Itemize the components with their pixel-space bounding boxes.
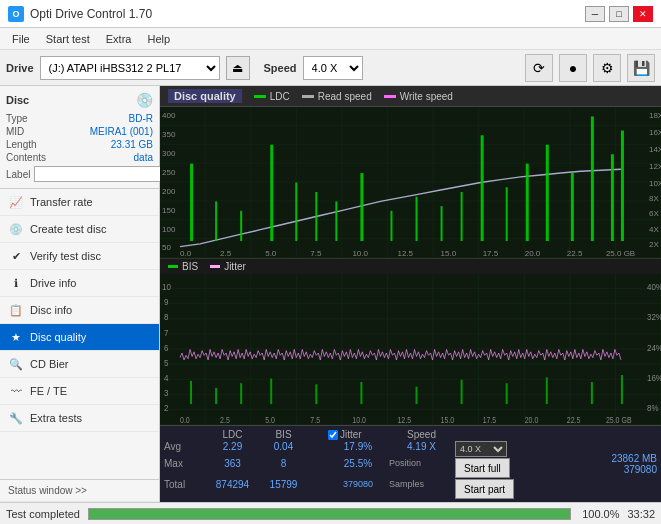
stats-total-bis: 15799: [261, 479, 306, 499]
create-test-disc-icon: 💿: [8, 221, 24, 237]
stats-max-bis: 8: [261, 458, 306, 478]
svg-text:0.0: 0.0: [180, 415, 190, 425]
disc-label-row: Label ✎: [6, 166, 153, 182]
contents-label: Contents: [6, 152, 46, 163]
svg-text:7.5: 7.5: [310, 249, 321, 258]
drive-info-icon: ℹ: [8, 275, 24, 291]
svg-text:24%: 24%: [647, 342, 661, 353]
label-input[interactable]: [34, 166, 167, 182]
fe-te-icon: 〰: [8, 383, 24, 399]
svg-text:50: 50: [162, 244, 172, 253]
top-chart-svg: 400 350 300 250 200 150 100 50 18X 16X 1…: [160, 107, 661, 258]
cd-bier-icon: 🔍: [8, 356, 24, 372]
svg-text:12.5: 12.5: [397, 249, 413, 258]
disc-contents-row: Contents data: [6, 151, 153, 164]
record-button[interactable]: ●: [559, 54, 587, 82]
stats-col-speed: Speed: [389, 429, 454, 440]
svg-text:5.0: 5.0: [265, 415, 275, 425]
eject-button[interactable]: ⏏: [226, 56, 250, 80]
sidebar-item-disc-info[interactable]: 📋 Disc info: [0, 297, 159, 324]
stats-avg-jitter: 17.9%: [328, 441, 388, 457]
sidebar-item-create-test-disc[interactable]: 💿 Create test disc: [0, 216, 159, 243]
legend-read-speed-color: [302, 95, 314, 98]
svg-rect-37: [295, 183, 297, 242]
sidebar-item-verify-test-disc[interactable]: ✔ Verify test disc: [0, 243, 159, 270]
status-window-button[interactable]: Status window >>: [0, 479, 159, 502]
menu-extra[interactable]: Extra: [98, 31, 140, 47]
bottom-chart: 10 9 8 7 6 5 4 3 2 40% 32% 24% 16% 8% 0.…: [160, 274, 661, 425]
type-label: Type: [6, 113, 28, 124]
svg-text:12.5: 12.5: [397, 415, 411, 425]
start-part-button[interactable]: Start part: [455, 479, 514, 499]
svg-rect-93: [621, 375, 623, 404]
stats-label-total: Total: [164, 479, 204, 499]
legend-write-speed-color: [384, 95, 396, 98]
svg-text:10.0: 10.0: [352, 249, 368, 258]
svg-rect-56: [160, 274, 661, 425]
sidebar-item-disc-quality[interactable]: ★ Disc quality: [0, 324, 159, 351]
menu-file[interactable]: File: [4, 31, 38, 47]
minimize-button[interactable]: ─: [585, 6, 605, 22]
toolbar: Drive (J:) ATAPI iHBS312 2 PL17 ⏏ Speed …: [0, 50, 661, 86]
svg-text:25.0 GB: 25.0 GB: [606, 415, 632, 425]
sidebar-item-fe-te[interactable]: 〰 FE / TE: [0, 378, 159, 405]
svg-text:2.5: 2.5: [220, 249, 231, 258]
svg-rect-43: [441, 206, 443, 241]
svg-rect-91: [546, 377, 548, 404]
speed-select[interactable]: 1.0 X 2.0 X 4.0 X 8.0 X: [303, 56, 363, 80]
disc-quality-icon: ★: [8, 329, 24, 345]
sidebar-item-label: CD Bier: [30, 358, 69, 370]
samples-value-right: 379080: [585, 464, 657, 475]
app-icon: O: [8, 6, 24, 22]
speed-label: Speed: [264, 62, 297, 74]
svg-text:12X: 12X: [649, 163, 661, 172]
svg-text:2X: 2X: [649, 240, 660, 249]
svg-text:32%: 32%: [647, 312, 661, 323]
svg-text:5.0: 5.0: [265, 249, 277, 258]
statusbar: Test completed 100.0% 33:32: [0, 502, 661, 524]
jitter-checkbox[interactable]: [328, 430, 338, 440]
refresh-button[interactable]: ⟳: [525, 54, 553, 82]
position-value: 23862 MB: [585, 453, 657, 464]
stats-avg-ldc: 2.29: [205, 441, 260, 457]
disc-mid-row: MID MEIRA1 (001): [6, 125, 153, 138]
stats-speed-select[interactable]: 4.0 X: [455, 441, 507, 457]
drive-select[interactable]: (J:) ATAPI iHBS312 2 PL17: [40, 56, 220, 80]
stats-col-ldc: LDC: [205, 429, 260, 440]
window-controls: ─ □ ✕: [585, 6, 653, 22]
disc-type-row: Type BD-R: [6, 112, 153, 125]
save-button[interactable]: 💾: [627, 54, 655, 82]
svg-text:16%: 16%: [647, 372, 661, 383]
start-full-button[interactable]: Start full: [455, 458, 510, 478]
status-text: Test completed: [6, 508, 80, 520]
svg-text:0.0: 0.0: [180, 249, 192, 258]
legend-read-speed: Read speed: [302, 91, 372, 102]
svg-rect-34: [215, 201, 217, 241]
right-stats: 23862 MB 379080: [581, 426, 661, 502]
length-label: Length: [6, 139, 37, 150]
menu-help[interactable]: Help: [139, 31, 178, 47]
maximize-button[interactable]: □: [609, 6, 629, 22]
contents-value: data: [134, 152, 153, 163]
stats-max-empty: [307, 458, 327, 478]
svg-text:10.0: 10.0: [352, 415, 366, 425]
sidebar-item-extra-tests[interactable]: 🔧 Extra tests: [0, 405, 159, 432]
settings-button[interactable]: ⚙: [593, 54, 621, 82]
legend-ldc-color: [254, 95, 266, 98]
close-button[interactable]: ✕: [633, 6, 653, 22]
svg-rect-87: [360, 382, 362, 404]
sidebar-item-label: Transfer rate: [30, 196, 93, 208]
transfer-rate-icon: 📈: [8, 194, 24, 210]
svg-rect-90: [506, 383, 508, 404]
svg-rect-89: [461, 380, 463, 404]
sidebar-item-transfer-rate[interactable]: 📈 Transfer rate: [0, 189, 159, 216]
sidebar-item-drive-info[interactable]: ℹ Drive info: [0, 270, 159, 297]
svg-rect-39: [335, 201, 337, 241]
menu-start-test[interactable]: Start test: [38, 31, 98, 47]
svg-rect-40: [360, 173, 363, 241]
disc-section-label: Disc: [6, 94, 29, 106]
disc-length-row: Length 23.31 GB: [6, 138, 153, 151]
elapsed-time: 33:32: [627, 508, 655, 520]
sidebar-item-cd-bier[interactable]: 🔍 CD Bier: [0, 351, 159, 378]
progress-percent: 100.0%: [579, 508, 619, 520]
